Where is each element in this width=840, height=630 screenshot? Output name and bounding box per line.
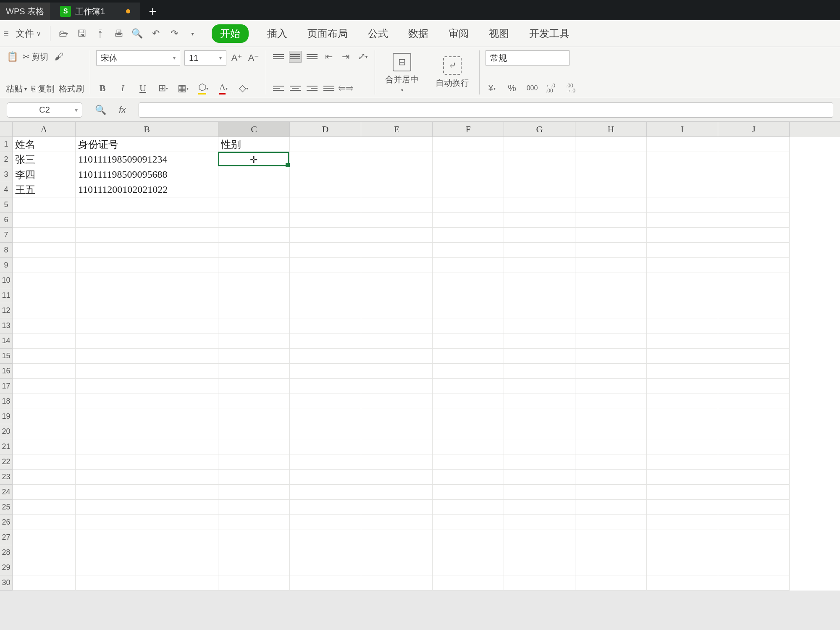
cell-D7[interactable]: [290, 228, 361, 243]
cell-J24[interactable]: [718, 485, 790, 500]
cell-A21[interactable]: [13, 439, 76, 454]
undo-icon[interactable]: ↶: [148, 26, 164, 42]
bold-icon[interactable]: B: [96, 82, 109, 94]
cell-A16[interactable]: [13, 364, 76, 379]
cell-E29[interactable]: [361, 560, 433, 575]
print-icon[interactable]: 🖶: [111, 26, 127, 42]
cell-A18[interactable]: [13, 394, 76, 409]
cell-H11[interactable]: [575, 288, 647, 303]
cell-A2[interactable]: 张三: [13, 152, 76, 167]
cell-E8[interactable]: [361, 243, 433, 258]
cell-J5[interactable]: [718, 197, 790, 213]
cell-H7[interactable]: [575, 228, 647, 243]
tab-page-layout[interactable]: 页面布局: [306, 24, 349, 43]
cell-B9[interactable]: [76, 258, 218, 273]
cell-D23[interactable]: [290, 470, 361, 485]
cell-E5[interactable]: [361, 197, 433, 213]
cell-G28[interactable]: [504, 545, 575, 560]
cell-B28[interactable]: [76, 545, 218, 560]
cell-F7[interactable]: [433, 228, 504, 243]
cell-C15[interactable]: [218, 349, 290, 364]
cell-H25[interactable]: [575, 500, 647, 515]
cell-J17[interactable]: [718, 379, 790, 394]
cell-G3[interactable]: [504, 167, 575, 182]
cell-G29[interactable]: [504, 560, 575, 575]
cell-H24[interactable]: [575, 485, 647, 500]
col-header-H[interactable]: H: [575, 122, 647, 137]
align-right-icon[interactable]: [306, 82, 318, 94]
row-header-5[interactable]: 5: [0, 197, 13, 213]
cell-C30[interactable]: [218, 575, 290, 591]
cell-G6[interactable]: [504, 213, 575, 228]
cell-J10[interactable]: [718, 273, 790, 288]
increase-font-icon[interactable]: A⁺: [231, 52, 243, 64]
cell-A24[interactable]: [13, 485, 76, 500]
cell-B6[interactable]: [76, 213, 218, 228]
cell-H4[interactable]: [575, 182, 647, 197]
cell-J26[interactable]: [718, 515, 790, 530]
cell-C16[interactable]: [218, 364, 290, 379]
col-header-C[interactable]: C: [218, 122, 290, 137]
col-header-E[interactable]: E: [361, 122, 433, 137]
cell-B23[interactable]: [76, 470, 218, 485]
tab-developer[interactable]: 开发工具: [528, 24, 571, 43]
cell-A20[interactable]: [13, 424, 76, 439]
italic-icon[interactable]: I: [116, 82, 129, 94]
cell-B14[interactable]: [76, 333, 218, 349]
cell-J4[interactable]: [718, 182, 790, 197]
cell-B19[interactable]: [76, 409, 218, 424]
merge-split-icon[interactable]: ⥢⥤: [339, 82, 352, 94]
col-header-D[interactable]: D: [290, 122, 361, 137]
cell-H9[interactable]: [575, 258, 647, 273]
cell-D14[interactable]: [290, 333, 361, 349]
increase-indent-icon[interactable]: ⇥: [339, 50, 352, 63]
paste-icon[interactable]: 📋: [6, 50, 18, 63]
cell-H14[interactable]: [575, 333, 647, 349]
cell-E12[interactable]: [361, 303, 433, 318]
cell-I16[interactable]: [647, 364, 718, 379]
row-header-15[interactable]: 15: [0, 349, 13, 364]
cell-I13[interactable]: [647, 318, 718, 333]
align-bottom-icon[interactable]: [306, 51, 318, 63]
row-header-16[interactable]: 16: [0, 364, 13, 379]
cell-H15[interactable]: [575, 349, 647, 364]
underline-icon[interactable]: U: [136, 82, 149, 94]
cell-J21[interactable]: [718, 439, 790, 454]
cell-D28[interactable]: [290, 545, 361, 560]
cell-F20[interactable]: [433, 424, 504, 439]
cell-H19[interactable]: [575, 409, 647, 424]
cell-A5[interactable]: [13, 197, 76, 213]
cell-G24[interactable]: [504, 485, 575, 500]
cell-A11[interactable]: [13, 288, 76, 303]
cell-H23[interactable]: [575, 470, 647, 485]
cell-D22[interactable]: [290, 454, 361, 470]
merge-center-button[interactable]: ⊟ 合并居中▾: [381, 53, 423, 92]
cell-D9[interactable]: [290, 258, 361, 273]
cell-C23[interactable]: [218, 470, 290, 485]
col-header-B[interactable]: B: [76, 122, 218, 137]
cell-E15[interactable]: [361, 349, 433, 364]
cell-C21[interactable]: [218, 439, 290, 454]
cell-G15[interactable]: [504, 349, 575, 364]
cell-E19[interactable]: [361, 409, 433, 424]
row-header-4[interactable]: 4: [0, 182, 13, 197]
wrap-text-button[interactable]: ⤶ 自动换行: [431, 56, 473, 89]
cell-D30[interactable]: [290, 575, 361, 591]
cell-B18[interactable]: [76, 394, 218, 409]
row-header-2[interactable]: 2: [0, 152, 13, 167]
cell-A3[interactable]: 李四: [13, 167, 76, 182]
row-header-19[interactable]: 19: [0, 409, 13, 424]
row-header-1[interactable]: 1: [0, 137, 13, 152]
cell-F3[interactable]: [433, 167, 504, 182]
tab-formulas[interactable]: 公式: [366, 24, 390, 43]
cell-I25[interactable]: [647, 500, 718, 515]
cell-E6[interactable]: [361, 213, 433, 228]
cell-C2[interactable]: [218, 152, 290, 167]
redo-icon[interactable]: ↷: [166, 26, 182, 42]
cell-J2[interactable]: [718, 152, 790, 167]
cell-G2[interactable]: [504, 152, 575, 167]
cell-G16[interactable]: [504, 364, 575, 379]
cell-H5[interactable]: [575, 197, 647, 213]
cell-C10[interactable]: [218, 273, 290, 288]
cell-C1[interactable]: 性别: [218, 137, 290, 152]
